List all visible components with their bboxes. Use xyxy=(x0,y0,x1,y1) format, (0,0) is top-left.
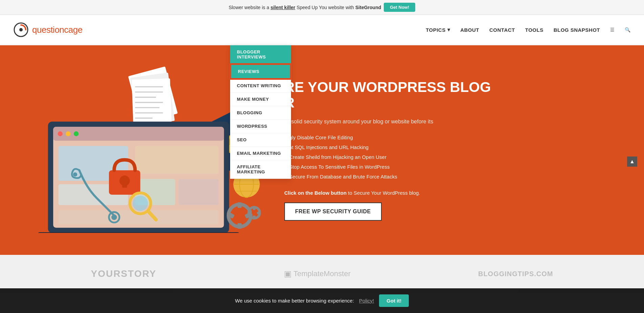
svg-rect-39 xyxy=(38,232,240,233)
topics-dropdown: BLOGGER INTERVIEWS REVIEWS CONTENT WRITI… xyxy=(230,45,291,179)
templatemonster-icon: ▣ xyxy=(284,269,292,279)
svg-rect-4 xyxy=(132,78,172,128)
hamburger-icon[interactable]: ☰ xyxy=(610,27,615,32)
svg-point-54 xyxy=(73,172,77,176)
svg-rect-61 xyxy=(238,223,242,228)
footer-logo-yourstory: YOURSTORY xyxy=(91,268,156,279)
top-banner: Slower website is a silent killer Speed … xyxy=(0,0,644,15)
svg-point-56 xyxy=(133,196,148,211)
dropdown-email-marketing[interactable]: EMAIL MARKETING xyxy=(230,147,291,160)
svg-point-1 xyxy=(19,28,23,31)
hero-list-item: Stop Access To Sensitive Files in WordPr… xyxy=(284,162,617,172)
dropdown-affiliate-marketing[interactable]: AFFILIATE MARKETING xyxy=(230,160,291,179)
footer-logo-templatemonster: ▣ TemplateMonster xyxy=(284,269,351,279)
logo-icon xyxy=(14,22,29,38)
hero-illustration xyxy=(27,66,264,234)
search-icon[interactable]: 🔍 xyxy=(625,27,630,32)
hero-list-item: nt SQL Injections and URL Hacking xyxy=(284,142,617,152)
get-now-button[interactable]: Get Now! xyxy=(384,3,415,12)
svg-point-53 xyxy=(111,214,117,220)
nav-contact[interactable]: CONTACT xyxy=(489,27,515,33)
svg-point-65 xyxy=(252,210,257,215)
svg-point-28 xyxy=(66,131,70,136)
svg-rect-66 xyxy=(253,207,256,210)
nav-about[interactable]: ABOUT xyxy=(460,27,479,33)
scroll-up-arrow[interactable]: ▲ xyxy=(627,156,637,167)
banner-text: Slower website is a silent killer Speed … xyxy=(229,5,381,10)
svg-point-29 xyxy=(74,131,79,136)
logo-text: questioncage xyxy=(32,25,83,35)
svg-rect-34 xyxy=(179,179,219,205)
dropdown-wordpress[interactable]: WORDPRESS xyxy=(230,120,291,133)
svg-rect-60 xyxy=(238,202,242,208)
dropdown-blogging[interactable]: BLOGGING xyxy=(230,106,291,120)
header: questioncage TOPICS ▾ ABOUT CONTACT TOOL… xyxy=(0,15,644,45)
laptop-svg xyxy=(27,66,264,233)
dropdown-blogger-interviews[interactable]: BLOGGER INTERVIEWS xyxy=(230,45,291,64)
hero-section: RE YOUR WORDPRESS BLOG R ck solid securi… xyxy=(0,45,644,255)
cookie-bar: We use cookies to make better browsing e… xyxy=(0,288,644,293)
hero-list-item: Secure From Database and Brute Force Att… xyxy=(284,172,617,182)
dropdown-seo[interactable]: SEO xyxy=(230,133,291,147)
cta-button[interactable]: FREE WP Security Guide xyxy=(284,202,382,221)
nav-tools[interactable]: TOOLS xyxy=(525,27,543,33)
click-text: Click on the Below button to Secure Your… xyxy=(284,190,617,196)
chevron-down-icon: ▾ xyxy=(447,27,450,33)
svg-rect-67 xyxy=(253,216,256,219)
hero-list-item: Create Sheild from Hijacking an Open Use… xyxy=(284,152,617,162)
nav-topics[interactable]: TOPICS ▾ xyxy=(426,27,450,33)
svg-rect-32 xyxy=(135,146,219,174)
hero-content: RE YOUR WORDPRESS BLOG R ck solid securi… xyxy=(264,79,617,221)
dropdown-content-writing[interactable]: CONTENT WRITING xyxy=(230,79,291,93)
svg-point-27 xyxy=(58,131,63,136)
hero-list-item: gly Disable Core File Editing xyxy=(284,133,617,142)
svg-rect-26 xyxy=(53,127,224,141)
svg-point-59 xyxy=(234,210,245,221)
footer-logos-bar: YOURSTORY ▣ TemplateMonster BLOGGINGTIPS… xyxy=(0,255,644,293)
dropdown-make-money[interactable]: MAKE MONEY xyxy=(230,93,291,106)
hero-list: gly Disable Core File Editing nt SQL Inj… xyxy=(284,133,617,182)
nav-blog-snapshot[interactable]: BLOG SNAPSHOT xyxy=(554,27,600,33)
footer-logo-bloggingtips: BLOGGINGTIPS.COM xyxy=(478,270,553,278)
hero-subtitle: ck solid security system around your blo… xyxy=(284,117,617,126)
main-nav: TOPICS ▾ ABOUT CONTACT TOOLS BLOG SNAPSH… xyxy=(426,27,630,33)
dropdown-reviews[interactable]: REVIEWS xyxy=(230,64,291,79)
logo[interactable]: questioncage xyxy=(14,22,83,38)
hero-title: RE YOUR WORDPRESS BLOG R xyxy=(284,79,617,111)
svg-rect-38 xyxy=(122,181,127,188)
